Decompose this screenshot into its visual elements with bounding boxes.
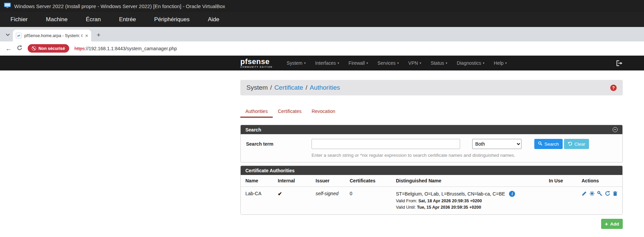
page-tabs: Authorities Certificates Revocation — [240, 106, 623, 118]
menu-machine[interactable]: Machine — [37, 16, 77, 23]
reload-icon[interactable] — [17, 45, 22, 52]
col-issuer: Issuer — [313, 175, 347, 187]
nav-item-status[interactable]: Status▾ — [426, 60, 452, 66]
logout-icon[interactable] — [616, 60, 623, 66]
url-field[interactable]: https://192.168.1.1:8443/system_camanage… — [75, 46, 177, 51]
nav-item-vpn[interactable]: VPN▾ — [404, 60, 426, 66]
breadcrumb-separator: / — [270, 84, 272, 91]
certificate-authorities-panel: Certificate Authorities Name Internal Is… — [240, 166, 623, 215]
add-button[interactable]: + Add — [601, 219, 623, 229]
caret-down-icon: ▾ — [446, 61, 448, 65]
menu-entree[interactable]: Entrée — [110, 16, 145, 23]
col-internal: Internal — [275, 175, 313, 187]
ca-panel-header: Certificate Authorities — [241, 166, 622, 175]
internal-check-icon: ✔ — [278, 191, 282, 197]
search-panel-title: Search — [245, 127, 261, 132]
help-icon[interactable]: ? — [610, 85, 617, 91]
menu-fichier[interactable]: Fichier — [1, 16, 37, 23]
delete-icon[interactable] — [613, 191, 618, 196]
tab-authorities[interactable]: Authorities — [240, 106, 273, 118]
search-type-select[interactable]: Both — [472, 139, 521, 149]
clear-button[interactable]: Clear — [564, 139, 589, 149]
search-button-label: Search — [544, 142, 559, 147]
nav-item-help[interactable]: Help▾ — [489, 60, 511, 66]
insecure-icon — [32, 46, 36, 51]
vbox-menubar: Fichier Machine Écran Entrée Périphériqu… — [0, 12, 644, 27]
search-icon — [538, 141, 542, 147]
col-certificates: Certificates — [347, 175, 393, 187]
caret-down-icon: ▾ — [304, 61, 306, 65]
search-panel-body: Search term Both Search — [241, 134, 622, 162]
collapse-icon[interactable]: − — [613, 127, 618, 132]
page-content: System / Certificate / Authorities ? Aut… — [0, 80, 644, 229]
search-term-label: Search term — [246, 141, 312, 147]
ca-actions-cell — [579, 187, 622, 215]
brand-subtitle: COMMUNITY EDITION — [240, 66, 272, 68]
certificate-authorities-table: Name Internal Issuer Certificates Distin… — [241, 175, 622, 214]
search-help-text: Enter a search string or *nix regular ex… — [312, 153, 622, 158]
breadcrumb-separator: / — [305, 84, 307, 91]
nav-item-label: System — [287, 60, 302, 66]
valid-until-value: Tue, 15 Apr 2036 20:59:35 +0200 — [417, 205, 481, 210]
caret-down-icon: ▾ — [420, 61, 421, 65]
new-tab-button[interactable]: + — [94, 30, 103, 40]
window-title: Windows Server 2022 (Install propre - Wi… — [14, 3, 225, 9]
ca-distinguished-name-cell: ST=Belgium, O=Lab, L=Brussels, CN=lab-ca… — [393, 187, 546, 215]
caret-down-icon: ▾ — [505, 61, 507, 65]
search-input[interactable] — [312, 139, 460, 149]
menu-peripheriques[interactable]: Périphériques — [145, 16, 199, 23]
col-actions: Actions — [579, 175, 622, 187]
renew-icon[interactable] — [605, 191, 610, 196]
search-button[interactable]: Search — [534, 139, 563, 149]
ca-issuer: self-signed — [313, 187, 347, 215]
menu-ecran[interactable]: Écran — [77, 16, 110, 23]
security-badge[interactable]: Non sécurisé — [28, 44, 69, 53]
security-badge-label: Non sécurisé — [38, 46, 65, 51]
tab-favicon-icon: pf — [16, 33, 22, 38]
tab-certificates[interactable]: Certificates — [273, 106, 306, 118]
nav-item-label: Help — [494, 60, 504, 66]
vbox-titlebar: Windows Server 2022 (Install propre - Wi… — [0, 0, 644, 12]
search-panel: Search − Search term Both Search — [240, 125, 623, 162]
nav-item-firewall[interactable]: Firewall▾ — [344, 60, 373, 66]
valid-from-value: Sat, 18 Apr 2026 20:59:35 +0200 — [418, 199, 482, 203]
tab-title: pfSense.home.arpa - System: Certi — [24, 33, 82, 38]
breadcrumb-link-authorities[interactable]: Authorities — [310, 84, 340, 91]
nav-item-services[interactable]: Services▾ — [373, 60, 403, 66]
tab-actions-chevron-icon[interactable] — [3, 30, 13, 40]
breadcrumb-link-certificate[interactable]: Certificate — [274, 84, 303, 91]
nav-item-label: VPN — [408, 60, 418, 66]
nav-item-label: Interfaces — [315, 60, 336, 66]
vm-window-icon — [4, 3, 11, 9]
ca-name: Lab-CA — [241, 187, 275, 215]
edit-icon[interactable] — [582, 191, 587, 196]
nav-item-diagnostics[interactable]: Diagnostics▾ — [452, 60, 489, 66]
menu-aide[interactable]: Aide — [199, 16, 229, 23]
nav-item-interfaces[interactable]: Interfaces▾ — [311, 60, 344, 66]
col-distinguished-name: Distinguished Name — [393, 175, 546, 187]
export-key-icon[interactable] — [597, 191, 602, 196]
nav-item-label: Services — [377, 60, 396, 66]
nav-item-label: Diagnostics — [457, 60, 481, 66]
valid-from-label: Valid From: — [396, 199, 417, 203]
export-ca-icon[interactable] — [589, 191, 595, 196]
search-panel-header: Search − — [241, 125, 622, 134]
undo-icon — [568, 141, 572, 147]
back-icon[interactable]: ← — [5, 46, 11, 52]
info-icon[interactable]: i — [509, 191, 515, 197]
nav-item-system[interactable]: System▾ — [282, 60, 310, 66]
col-name: Name — [241, 175, 275, 187]
tab-revocation[interactable]: Revocation — [306, 106, 340, 118]
valid-until-label: Valid Until: — [396, 205, 416, 210]
url-scheme: https — [75, 46, 85, 51]
ca-dn: ST=Belgium, O=Lab, L=Brussels, CN=lab-ca… — [396, 191, 505, 197]
caret-down-icon: ▾ — [483, 61, 485, 65]
browser-tab[interactable]: pf pfSense.home.arpa - System: Certi × — [13, 30, 91, 41]
ca-in-use — [546, 187, 579, 215]
add-button-label: Add — [610, 221, 619, 227]
tab-close-icon[interactable]: × — [85, 33, 88, 38]
url-rest: ://192.168.1.1:8443/system_camanager.php — [85, 46, 177, 51]
browser-addressbar: ← Non sécurisé https://192.168.1.1:8443/… — [0, 41, 644, 56]
pfsense-logo[interactable]: pfsense COMMUNITY EDITION — [240, 58, 272, 68]
valid-from-line: Valid From: Sat, 18 Apr 2026 20:59:35 +0… — [396, 199, 543, 203]
